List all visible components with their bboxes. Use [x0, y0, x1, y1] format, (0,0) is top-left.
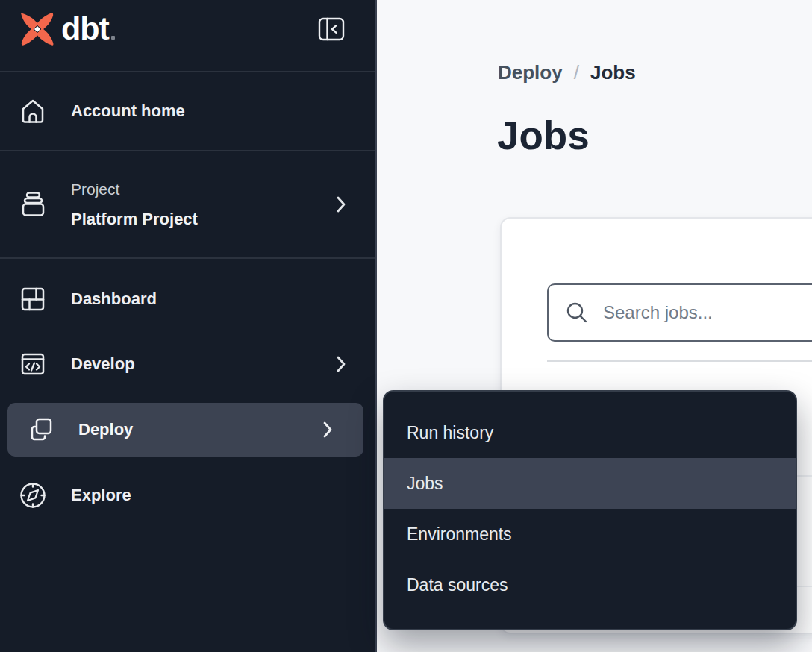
- flyout-item-jobs[interactable]: Jobs: [384, 458, 796, 509]
- sidebar-item-explore[interactable]: Explore: [0, 458, 377, 533]
- breadcrumb-current: Jobs: [590, 61, 636, 84]
- divider: [547, 360, 812, 362]
- search-input[interactable]: [602, 301, 812, 324]
- chevron-right-icon: [335, 195, 347, 213]
- sidebar-item-develop[interactable]: Develop: [0, 327, 377, 401]
- logo-row: dbt: [0, 0, 375, 71]
- sidebar-item-dashboard[interactable]: Dashboard: [0, 262, 377, 336]
- sidebar-item-project[interactable]: Project Platform Project: [0, 151, 377, 257]
- sidebar-item-label: Deploy: [78, 420, 133, 439]
- deploy-flyout-menu: Run history Jobs Environments Data sourc…: [383, 390, 797, 630]
- dbt-logo-icon: [19, 11, 55, 47]
- project-labels: Project Platform Project: [71, 175, 198, 234]
- brand-wordmark: dbt: [61, 10, 115, 47]
- sidebar-item-label: Dashboard: [71, 289, 157, 309]
- flyout-item-environments[interactable]: Environments: [384, 509, 796, 559]
- chevron-right-icon: [322, 421, 334, 439]
- project-name: Platform Project: [71, 204, 198, 234]
- breadcrumb-separator: /: [574, 61, 579, 84]
- page-title: Jobs: [497, 113, 590, 158]
- sidebar-item-label: Account home: [71, 101, 185, 121]
- breadcrumb: Deploy / Jobs: [498, 61, 636, 84]
- search-box[interactable]: [547, 283, 812, 342]
- project-stack-icon: [18, 189, 48, 219]
- sidebar-item-label: Explore: [71, 486, 131, 505]
- flyout-item-run-history[interactable]: Run history: [384, 407, 796, 458]
- sidebar: dbt Account home: [0, 0, 377, 652]
- chevron-right-icon: [335, 355, 347, 373]
- sidebar-item-label: Develop: [71, 354, 135, 374]
- sidebar-item-account-home[interactable]: Account home: [0, 72, 377, 150]
- app-window: dbt Account home: [0, 0, 812, 652]
- divider: [0, 257, 375, 259]
- flyout-item-data-sources[interactable]: Data sources: [384, 559, 796, 610]
- code-window-icon: [18, 349, 48, 379]
- search-icon: [565, 301, 589, 325]
- home-icon: [18, 96, 48, 126]
- deploy-icon: [25, 415, 55, 445]
- dashboard-icon: [18, 284, 48, 314]
- project-kicker: Project: [71, 175, 198, 204]
- breadcrumb-parent[interactable]: Deploy: [498, 61, 563, 84]
- sidebar-item-deploy[interactable]: Deploy: [7, 403, 363, 457]
- collapse-sidebar-icon[interactable]: [318, 17, 345, 41]
- compass-icon: [18, 480, 48, 510]
- main-content: Deploy / Jobs Jobs Run history Job: [378, 0, 812, 652]
